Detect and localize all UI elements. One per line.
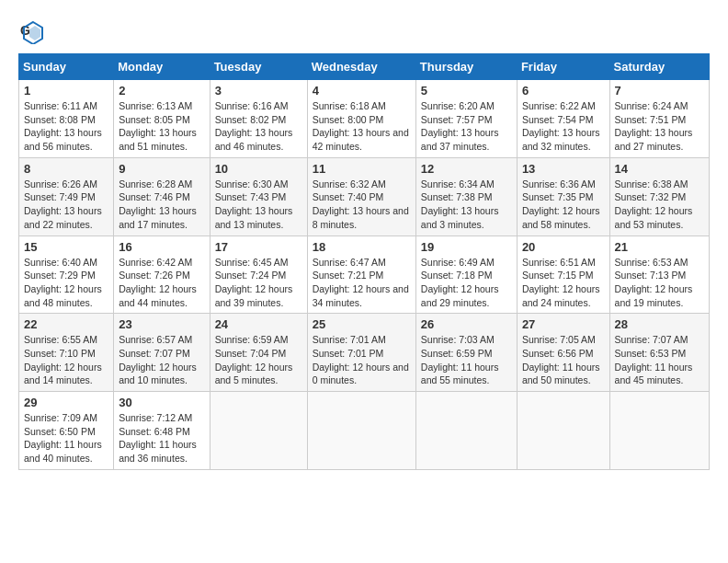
calendar-cell: 6 Sunrise: 6:22 AM Sunset: 7:54 PM Dayli… [517, 80, 609, 158]
calendar-cell [210, 392, 307, 470]
day-number: 15 [24, 240, 108, 254]
day-number: 11 [313, 162, 411, 176]
calendar-cell: 8 Sunrise: 6:26 AM Sunset: 7:49 PM Dayli… [19, 157, 114, 236]
calendar-cell: 25 Sunrise: 7:01 AM Sunset: 7:01 PM Dayl… [307, 314, 415, 392]
week-row-2: 8 Sunrise: 6:26 AM Sunset: 7:49 PM Dayli… [19, 157, 710, 236]
week-row-3: 15 Sunrise: 6:40 AM Sunset: 7:29 PM Dayl… [19, 236, 710, 314]
calendar-cell [609, 392, 709, 470]
day-info: Sunrise: 6:34 AM Sunset: 7:38 PM Dayligh… [421, 178, 512, 232]
calendar-cell: 17 Sunrise: 6:45 AM Sunset: 7:24 PM Dayl… [210, 236, 307, 314]
day-info: Sunrise: 6:22 AM Sunset: 7:54 PM Dayligh… [522, 99, 605, 154]
day-number: 16 [119, 240, 204, 254]
day-info: Sunrise: 6:36 AM Sunset: 7:35 PM Dayligh… [522, 178, 605, 232]
day-info: Sunrise: 6:49 AM Sunset: 7:18 PM Dayligh… [421, 256, 512, 310]
calendar-cell: 2 Sunrise: 6:13 AM Sunset: 8:05 PM Dayli… [114, 80, 210, 158]
calendar-cell: 14 Sunrise: 6:38 AM Sunset: 7:32 PM Dayl… [609, 157, 709, 236]
day-number: 7 [615, 84, 704, 98]
day-info: Sunrise: 6:51 AM Sunset: 7:15 PM Dayligh… [522, 256, 605, 310]
day-number: 4 [313, 84, 411, 98]
logo-icon: G [18, 18, 44, 44]
day-number: 10 [215, 162, 302, 176]
day-info: Sunrise: 6:53 AM Sunset: 7:13 PM Dayligh… [615, 256, 704, 310]
day-info: Sunrise: 6:38 AM Sunset: 7:32 PM Dayligh… [615, 178, 704, 232]
day-number: 29 [24, 396, 108, 409]
day-info: Sunrise: 7:07 AM Sunset: 6:53 PM Dayligh… [615, 333, 704, 387]
day-info: Sunrise: 6:40 AM Sunset: 7:29 PM Dayligh… [24, 256, 108, 310]
calendar-cell: 3 Sunrise: 6:16 AM Sunset: 8:02 PM Dayli… [210, 80, 307, 158]
svg-marker-2 [29, 26, 40, 40]
calendar-cell: 11 Sunrise: 6:32 AM Sunset: 7:40 PM Dayl… [307, 157, 415, 236]
day-number: 17 [215, 240, 302, 254]
day-number: 26 [421, 317, 512, 331]
calendar-cell: 22 Sunrise: 6:55 AM Sunset: 7:10 PM Dayl… [19, 314, 114, 392]
day-number: 2 [119, 84, 204, 98]
day-info: Sunrise: 6:18 AM Sunset: 8:00 PM Dayligh… [313, 99, 411, 154]
day-number: 22 [24, 317, 108, 331]
calendar-cell: 9 Sunrise: 6:28 AM Sunset: 7:46 PM Dayli… [114, 157, 210, 236]
header-thursday: Thursday [415, 54, 517, 80]
calendar-cell [415, 392, 517, 470]
calendar-cell: 21 Sunrise: 6:53 AM Sunset: 7:13 PM Dayl… [609, 236, 709, 314]
weekday-header-row: SundayMondayTuesdayWednesdayThursdayFrid… [19, 54, 710, 80]
header: G [18, 18, 710, 44]
calendar-cell: 24 Sunrise: 6:59 AM Sunset: 7:04 PM Dayl… [210, 314, 307, 392]
calendar-cell: 10 Sunrise: 6:30 AM Sunset: 7:43 PM Dayl… [210, 157, 307, 236]
day-number: 23 [119, 317, 204, 331]
day-info: Sunrise: 6:57 AM Sunset: 7:07 PM Dayligh… [119, 333, 204, 387]
calendar-cell: 5 Sunrise: 6:20 AM Sunset: 7:57 PM Dayli… [415, 80, 517, 158]
day-info: Sunrise: 6:59 AM Sunset: 7:04 PM Dayligh… [215, 333, 302, 387]
day-info: Sunrise: 6:47 AM Sunset: 7:21 PM Dayligh… [313, 256, 411, 310]
header-saturday: Saturday [609, 54, 709, 80]
day-number: 14 [615, 162, 704, 176]
calendar-cell: 23 Sunrise: 6:57 AM Sunset: 7:07 PM Dayl… [114, 314, 210, 392]
calendar-cell: 29 Sunrise: 7:09 AM Sunset: 6:50 PM Dayl… [19, 392, 114, 470]
day-info: Sunrise: 6:32 AM Sunset: 7:40 PM Dayligh… [313, 178, 411, 232]
header-friday: Friday [517, 54, 609, 80]
header-tuesday: Tuesday [210, 54, 307, 80]
day-info: Sunrise: 7:12 AM Sunset: 6:48 PM Dayligh… [119, 411, 204, 465]
day-info: Sunrise: 6:16 AM Sunset: 8:02 PM Dayligh… [215, 99, 302, 154]
day-number: 8 [24, 162, 108, 176]
day-number: 1 [24, 84, 108, 98]
day-info: Sunrise: 6:24 AM Sunset: 7:51 PM Dayligh… [615, 99, 704, 154]
day-number: 28 [615, 317, 704, 331]
calendar-cell: 15 Sunrise: 6:40 AM Sunset: 7:29 PM Dayl… [19, 236, 114, 314]
day-info: Sunrise: 6:55 AM Sunset: 7:10 PM Dayligh… [24, 333, 108, 387]
day-number: 6 [522, 84, 605, 98]
calendar-cell: 18 Sunrise: 6:47 AM Sunset: 7:21 PM Dayl… [307, 236, 415, 314]
day-info: Sunrise: 6:28 AM Sunset: 7:46 PM Dayligh… [119, 178, 204, 232]
day-number: 18 [313, 240, 411, 254]
day-info: Sunrise: 6:30 AM Sunset: 7:43 PM Dayligh… [215, 178, 302, 232]
calendar-cell [307, 392, 415, 470]
calendar-cell: 4 Sunrise: 6:18 AM Sunset: 8:00 PM Dayli… [307, 80, 415, 158]
logo: G [18, 18, 48, 44]
calendar-cell: 26 Sunrise: 7:03 AM Sunset: 6:59 PM Dayl… [415, 314, 517, 392]
day-number: 27 [522, 317, 605, 331]
day-number: 13 [522, 162, 605, 176]
header-wednesday: Wednesday [307, 54, 415, 80]
calendar-cell: 13 Sunrise: 6:36 AM Sunset: 7:35 PM Dayl… [517, 157, 609, 236]
week-row-5: 29 Sunrise: 7:09 AM Sunset: 6:50 PM Dayl… [19, 392, 710, 470]
header-monday: Monday [114, 54, 210, 80]
calendar-cell: 12 Sunrise: 6:34 AM Sunset: 7:38 PM Dayl… [415, 157, 517, 236]
day-info: Sunrise: 7:01 AM Sunset: 7:01 PM Dayligh… [313, 333, 411, 387]
day-info: Sunrise: 6:26 AM Sunset: 7:49 PM Dayligh… [24, 178, 108, 232]
day-info: Sunrise: 6:11 AM Sunset: 8:08 PM Dayligh… [24, 99, 108, 154]
day-number: 12 [421, 162, 512, 176]
header-sunday: Sunday [19, 54, 114, 80]
calendar-cell [517, 392, 609, 470]
calendar-cell: 1 Sunrise: 6:11 AM Sunset: 8:08 PM Dayli… [19, 80, 114, 158]
calendar-cell: 30 Sunrise: 7:12 AM Sunset: 6:48 PM Dayl… [114, 392, 210, 470]
day-number: 3 [215, 84, 302, 98]
day-info: Sunrise: 6:13 AM Sunset: 8:05 PM Dayligh… [119, 99, 204, 154]
day-number: 19 [421, 240, 512, 254]
calendar-cell: 20 Sunrise: 6:51 AM Sunset: 7:15 PM Dayl… [517, 236, 609, 314]
day-info: Sunrise: 7:03 AM Sunset: 6:59 PM Dayligh… [421, 333, 512, 387]
calendar-cell: 7 Sunrise: 6:24 AM Sunset: 7:51 PM Dayli… [609, 80, 709, 158]
day-number: 25 [313, 317, 411, 331]
day-number: 5 [421, 84, 512, 98]
calendar-cell: 28 Sunrise: 7:07 AM Sunset: 6:53 PM Dayl… [609, 314, 709, 392]
day-number: 30 [119, 396, 204, 409]
day-number: 21 [615, 240, 704, 254]
calendar-cell: 27 Sunrise: 7:05 AM Sunset: 6:56 PM Dayl… [517, 314, 609, 392]
